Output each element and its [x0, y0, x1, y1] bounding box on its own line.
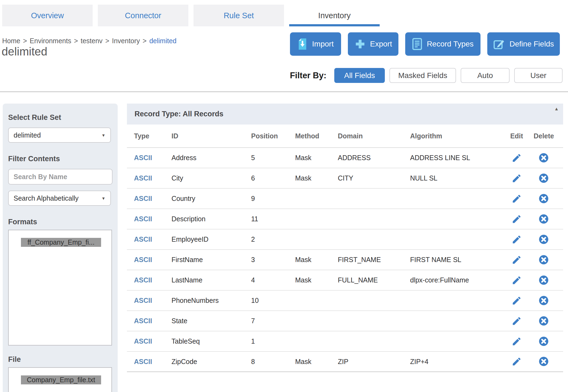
delete-icon[interactable]	[539, 153, 549, 163]
row-id: LastName	[171, 276, 251, 284]
record-types-label: Record Types	[427, 40, 473, 48]
breadcrumb-testenv[interactable]: testenv	[81, 37, 103, 45]
define-fields-button[interactable]: Define Fields	[487, 32, 560, 56]
search-by-name-input[interactable]	[8, 169, 113, 185]
column-id: ID	[171, 132, 251, 140]
delete-icon[interactable]	[539, 275, 549, 285]
sidebar: Select Rule Set delimited ▼ Filter Conte…	[3, 104, 118, 392]
row-domain: ZIP	[338, 358, 410, 366]
breadcrumb-separator: >	[143, 37, 147, 45]
row-type: ASCII	[134, 337, 171, 345]
filter-masked-fields-button[interactable]: Masked Fields	[389, 68, 456, 83]
edit-icon[interactable]	[511, 255, 522, 265]
edit-icon[interactable]	[511, 356, 522, 367]
delete-icon[interactable]	[539, 255, 549, 265]
row-domain: FIRST_NAME	[338, 256, 410, 264]
delete-icon[interactable]	[539, 214, 549, 224]
breadcrumb-inventory[interactable]: Inventory	[112, 37, 140, 45]
edit-icon[interactable]	[511, 214, 522, 224]
filter-all-fields-button[interactable]: All Fields	[334, 68, 385, 83]
file-item[interactable]: Company_Emp_file.txt	[21, 375, 101, 384]
delete-icon[interactable]	[539, 336, 549, 347]
row-id: ZipCode	[171, 358, 251, 366]
row-type: ASCII	[134, 276, 171, 284]
column-type: Type	[134, 132, 171, 140]
table-row: ASCII Description 11	[127, 209, 563, 229]
delete-icon[interactable]	[539, 173, 549, 183]
row-position: 6	[251, 174, 295, 182]
rule-set-select[interactable]: delimited ▼	[8, 127, 111, 143]
breadcrumb-environments[interactable]: Environments	[30, 37, 71, 45]
column-method: Method	[295, 132, 338, 140]
row-algorithm: ADDRESS LINE SL	[410, 154, 504, 162]
delete-icon[interactable]	[539, 316, 549, 326]
formats-heading: Formats	[8, 218, 118, 226]
breadcrumb-separator: >	[74, 37, 78, 45]
edit-icon[interactable]	[511, 153, 522, 163]
import-button[interactable]: Import	[290, 32, 341, 56]
row-position: 3	[251, 256, 295, 264]
row-method: Mask	[295, 276, 338, 284]
tab-inventory-label: Inventory	[318, 11, 351, 20]
collapse-icon[interactable]: ▲	[554, 106, 559, 112]
record-panel: Record Type: All Records ▲ Type ID Posit…	[127, 104, 563, 372]
table-row: ASCII TableSeq 1	[127, 331, 563, 352]
edit-icon[interactable]	[511, 194, 522, 204]
format-item[interactable]: ff_Company_Emp_fi...	[21, 238, 101, 247]
sort-select-value: Search Alphabetically	[14, 194, 79, 202]
tab-rule-set[interactable]: Rule Set	[194, 5, 284, 26]
row-type: ASCII	[134, 358, 171, 366]
record-type-header: Record Type: All Records ▲	[127, 104, 563, 125]
delete-icon[interactable]	[539, 356, 549, 367]
sort-select[interactable]: Search Alphabetically ▼	[8, 191, 111, 206]
row-algorithm: FIRST NAME SL	[410, 256, 504, 264]
row-domain: CITY	[338, 174, 410, 182]
breadcrumb-current[interactable]: delimited	[149, 37, 176, 45]
table-header-row: Type ID Position Method Domain Algorithm…	[127, 125, 563, 148]
row-id: Address	[171, 154, 251, 162]
tab-connector[interactable]: Connector	[98, 5, 188, 26]
column-edit: Edit	[504, 132, 529, 140]
filter-auto-button[interactable]: Auto	[461, 68, 510, 83]
tab-bar: Overview Connector Rule Set Inventory	[2, 5, 380, 26]
file-list: Company_Emp_file.txt	[8, 367, 112, 392]
table-row: ASCII ZipCode 8 Mask ZIP ZIP+4	[127, 352, 563, 372]
table-row: ASCII LastName 4 Mask FULL_NAME dlpx-cor…	[127, 270, 563, 291]
row-id: Description	[171, 215, 251, 223]
table-row: ASCII Address 5 Mask ADDRESS ADDRESS LIN…	[127, 148, 563, 168]
tab-overview[interactable]: Overview	[2, 5, 93, 26]
define-fields-icon	[493, 38, 505, 50]
breadcrumb-home[interactable]: Home	[2, 37, 20, 45]
row-position: 1	[251, 337, 295, 345]
edit-icon[interactable]	[511, 173, 522, 183]
row-position: 9	[251, 195, 295, 203]
row-domain: ADDRESS	[338, 154, 410, 162]
tab-inventory[interactable]: Inventory	[289, 5, 380, 26]
edit-icon[interactable]	[511, 295, 522, 306]
row-position: 11	[251, 215, 295, 223]
table-row: ASCII EmployeeID 2	[127, 229, 563, 250]
record-types-button[interactable]: Record Types	[405, 32, 480, 56]
row-position: 2	[251, 235, 295, 243]
import-label: Import	[312, 40, 333, 48]
toolbar: Import Export Record Types Define Fields	[290, 32, 560, 56]
row-id: State	[171, 317, 251, 325]
breadcrumb: Home > Environments > testenv > Inventor…	[2, 37, 177, 45]
row-type: ASCII	[134, 235, 171, 243]
edit-icon[interactable]	[511, 275, 522, 285]
export-button[interactable]: Export	[348, 32, 398, 56]
active-tab-underline	[289, 24, 380, 26]
row-id: TableSeq	[171, 337, 251, 345]
delete-icon[interactable]	[539, 194, 549, 204]
chevron-down-icon: ▼	[101, 196, 105, 201]
edit-icon[interactable]	[511, 316, 522, 326]
row-type: ASCII	[134, 154, 171, 162]
delete-icon[interactable]	[539, 234, 549, 245]
file-heading: File	[8, 355, 118, 363]
edit-icon[interactable]	[511, 234, 522, 245]
filter-user-button[interactable]: User	[514, 68, 563, 83]
delete-icon[interactable]	[539, 295, 549, 306]
edit-icon[interactable]	[511, 336, 522, 347]
export-plus-icon	[354, 38, 366, 50]
breadcrumb-separator: >	[105, 37, 109, 45]
